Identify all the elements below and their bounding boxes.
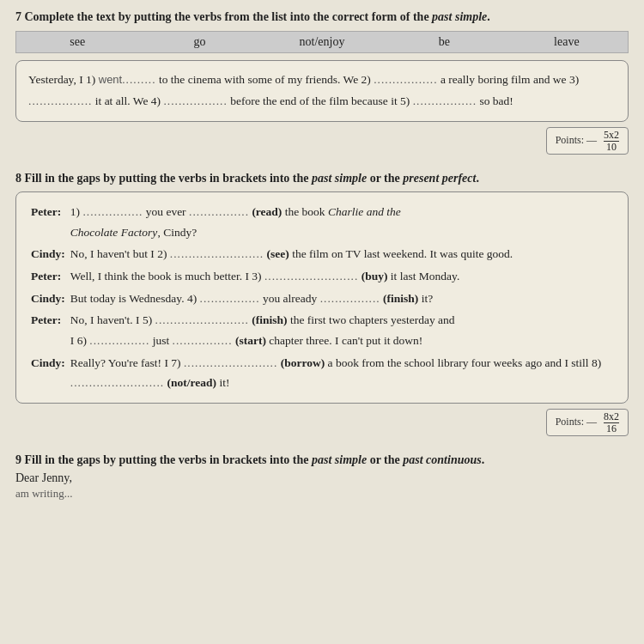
exercise-8: 8 Fill in the gaps by putting the verbs … xyxy=(15,170,629,436)
ex7-answer1: went xyxy=(99,73,122,86)
ex7-header: 7 Complete the text by putting the verbs… xyxy=(15,9,629,26)
dialogue-row-cindy1: Cindy: No, I haven't but I 2) ..........… xyxy=(28,243,616,265)
speaker-cindy2: Cindy: xyxy=(28,288,68,310)
line-cindy1: No, I haven't but I 2) .................… xyxy=(68,243,616,265)
speaker-cindy3: Cindy: xyxy=(28,352,68,394)
dialogue-row-peter1: Peter: 1) ................ you ever ....… xyxy=(28,201,616,243)
word-bank-see: see xyxy=(16,35,138,49)
word-bank-leave: leave xyxy=(506,35,628,49)
ex8-points-fraction: 8x2 16 xyxy=(604,411,619,434)
ex7-instruction: Complete the text by putting the verbs f… xyxy=(25,10,490,23)
ex9-instruction: Fill in the gaps by putting the verbs in… xyxy=(25,453,485,466)
speaker-peter2: Peter: xyxy=(28,265,68,288)
word-bank-notenjoy: not/enjoy xyxy=(261,35,383,49)
ex7-text: Yesterday, I 1) went......... to the cin… xyxy=(28,70,616,112)
line-peter1: 1) ................ you ever ...........… xyxy=(68,201,616,243)
exercise-7: 7 Complete the text by putting the verbs… xyxy=(15,9,629,155)
ex7-denominator: 10 xyxy=(606,142,617,152)
word-bank: see go not/enjoy be leave xyxy=(15,31,629,53)
ex9-number: 9 xyxy=(15,453,21,466)
exercise-9: 9 Fill in the gaps by putting the verbs … xyxy=(15,452,629,501)
line-peter3: No, I haven't. I 5) ....................… xyxy=(68,309,616,351)
ex7-points-label: Points: — xyxy=(556,134,597,147)
ex7-dots3: ................. xyxy=(28,94,92,107)
ex8-points: Points: — 8x2 16 xyxy=(546,409,629,436)
ex7-box: Yesterday, I 1) went......... to the cin… xyxy=(15,60,629,122)
ex8-instruction: Fill in the gaps by putting the verbs in… xyxy=(25,172,479,185)
ex7-dots2: ................. xyxy=(374,73,437,86)
ex8-points-label: Points: — xyxy=(556,416,597,428)
line-peter2: Well, I think the book is much better. I… xyxy=(68,265,616,288)
speaker-cindy1: Cindy: xyxy=(28,243,68,265)
ex7-points-fraction: 5x2 10 xyxy=(604,130,619,152)
ex7-points-box: Points: — 5x2 10 xyxy=(15,127,629,155)
ex8-dialogue: Peter: 1) ................ you ever ....… xyxy=(28,201,616,394)
ex7-dots1: ......... xyxy=(122,73,155,86)
ex9-opening: Dear Jenny, xyxy=(15,471,629,485)
line-cindy3: Really? You're fast! I 7) ..............… xyxy=(68,352,616,394)
ex7-number: 7 xyxy=(15,10,21,23)
ex8-number: 8 xyxy=(15,172,21,185)
ex8-box: Peter: 1) ................ you ever ....… xyxy=(15,191,629,404)
ex7-dots4: ................. xyxy=(163,94,227,107)
speaker-peter3: Peter: xyxy=(28,309,68,351)
ex8-points-box: Points: — 8x2 16 xyxy=(15,409,629,436)
ex9-writing-hint: am writing... xyxy=(15,487,629,501)
line-cindy2: But today is Wednesday. 4) .............… xyxy=(68,288,616,310)
dialogue-row-peter3: Peter: No, I haven't. I 5) .............… xyxy=(28,309,616,351)
ex7-numerator: 5x2 xyxy=(604,130,619,142)
dialogue-row-cindy3: Cindy: Really? You're fast! I 7) .......… xyxy=(28,352,616,394)
dialogue-row-cindy2: Cindy: But today is Wednesday. 4) ......… xyxy=(28,288,616,310)
word-bank-be: be xyxy=(383,35,505,49)
ex8-header: 8 Fill in the gaps by putting the verbs … xyxy=(15,170,629,187)
ex8-numerator: 8x2 xyxy=(604,411,619,423)
ex7-dots5: ................. xyxy=(413,94,477,107)
ex9-header: 9 Fill in the gaps by putting the verbs … xyxy=(15,452,629,469)
dialogue-row-peter2: Peter: Well, I think the book is much be… xyxy=(28,265,616,288)
word-bank-go: go xyxy=(138,35,260,49)
ex7-points: Points: — 5x2 10 xyxy=(546,127,629,155)
ex8-denominator: 16 xyxy=(606,423,617,434)
speaker-peter1: Peter: xyxy=(28,201,68,243)
